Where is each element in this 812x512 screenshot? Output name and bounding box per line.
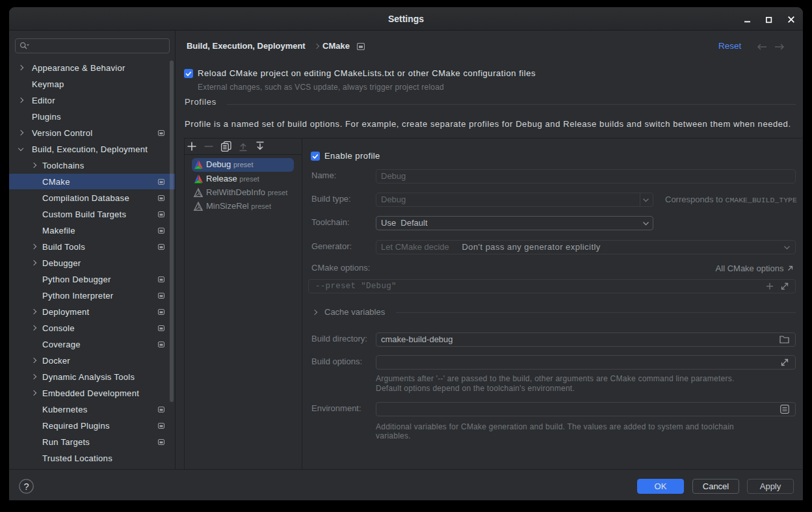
svg-text:?: ? (23, 481, 29, 492)
